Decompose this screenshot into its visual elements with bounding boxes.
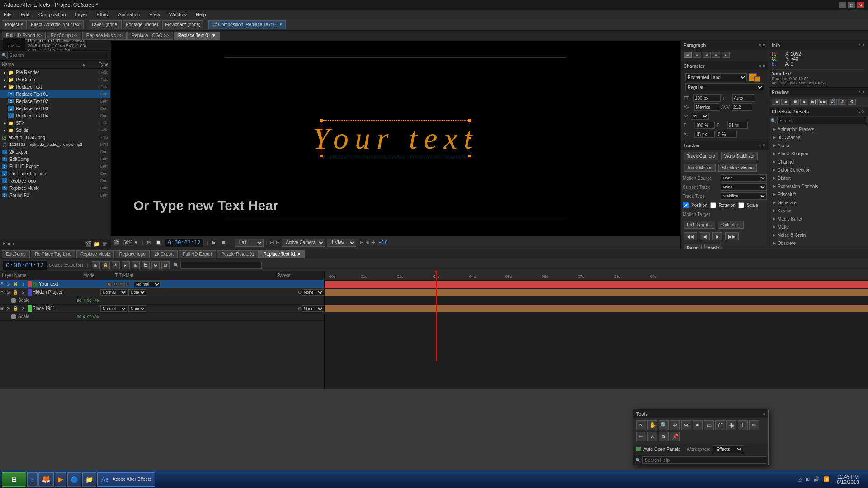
quality-btn[interactable]: ⊞: [132, 261, 140, 269]
tool-rect[interactable]: ▭: [704, 420, 714, 430]
layer-lock-3[interactable]: 🔒: [13, 306, 19, 311]
vscale-input[interactable]: [694, 122, 715, 129]
analyze-back[interactable]: ◀: [700, 232, 710, 240]
character-header[interactable]: Character ≡ ✕: [681, 61, 769, 70]
preview-options-btn[interactable]: ⚙: [848, 99, 856, 105]
tab-replace-logo[interactable]: Replace LOGO >>: [127, 32, 173, 40]
new-comp-icon[interactable]: 🎬: [85, 241, 92, 247]
layer-mode-dropdown-3[interactable]: Normal: [100, 305, 127, 312]
tool-poly[interactable]: ⬡: [715, 420, 725, 430]
tl-tab-fhd-export[interactable]: Full HD Export: [179, 250, 216, 258]
tl-tab-editcomp[interactable]: EditComp: [2, 250, 30, 258]
justify-all-btn[interactable]: ≡: [722, 52, 730, 58]
table-row[interactable]: 👁 ⊙ 🔒 3 Since 1981 Normal None ⊙ None: [0, 305, 324, 313]
tl-tab-replace-tag[interactable]: Re Place Tag Line: [31, 250, 75, 258]
tool-undo[interactable]: ↩: [670, 420, 680, 430]
effects-header[interactable]: Effects & Presets ≡ ✕: [769, 107, 868, 116]
effect-controls-tab[interactable]: Effect Controls: Your text: [28, 20, 84, 29]
layer-parent-dropdown-3[interactable]: None: [302, 305, 324, 312]
sw-1d[interactable]: ⊡: [124, 282, 130, 287]
layer-solo-3[interactable]: ⊙: [6, 306, 13, 311]
comp-label-btn[interactable]: 🎬 Composition: Replace Text 01 ▼: [208, 20, 286, 29]
shy-btn[interactable]: 👁: [112, 261, 120, 269]
menu-edit[interactable]: Edit: [19, 12, 31, 17]
tool-zoom[interactable]: 🔍: [659, 420, 669, 430]
menu-help[interactable]: Help: [194, 12, 208, 17]
tool-text[interactable]: T: [738, 420, 748, 430]
list-item[interactable]: 🎵 1125332...mplitude_studio_preview.mp3 …: [0, 141, 110, 148]
solo-btn[interactable]: ⊞: [92, 261, 100, 269]
menu-composition[interactable]: Composition: [37, 12, 68, 17]
time-field[interactable]: 0:00:03:12: [165, 238, 204, 247]
layer-btn[interactable]: Layer: (none): [89, 20, 122, 29]
taskbar-vlc[interactable]: ▶: [55, 472, 66, 487]
effect-btn[interactable]: fx: [142, 261, 150, 269]
layer-trkmat-dropdown-3[interactable]: None: [128, 305, 146, 312]
tool-eraser[interactable]: ⌀: [647, 432, 657, 441]
preview-stop-btn[interactable]: ⏹: [791, 99, 799, 105]
taskbar-clock[interactable]: 12:45 PM 8/15/2013: [833, 474, 863, 485]
current-track-dropdown[interactable]: None: [721, 183, 767, 191]
snap-btn[interactable]: 🔲: [154, 238, 163, 247]
effects-search-input[interactable]: [777, 117, 866, 124]
sw-1b[interactable]: ⊙: [113, 282, 118, 287]
collapse-btn[interactable]: ▸: [122, 261, 130, 269]
list-item[interactable]: ▸ 📁 Solids Fold: [0, 127, 110, 134]
hscale-input[interactable]: [727, 122, 748, 129]
tl-tab-replace-music[interactable]: Replace Music: [76, 250, 114, 258]
options-btn[interactable]: Options...: [718, 221, 744, 229]
play-btn[interactable]: ▶: [211, 238, 218, 247]
tool-pen[interactable]: ✒: [693, 420, 703, 430]
flowchart-btn[interactable]: Flowchart: (none): [162, 20, 204, 29]
paragraph-header[interactable]: Paragraph ≡ ✕: [681, 41, 769, 50]
playhead[interactable]: [436, 271, 437, 361]
font-style-dropdown[interactable]: Regular Bold Italic: [685, 83, 764, 91]
footage-btn[interactable]: Footage: (none): [123, 20, 161, 29]
taskbar-ae[interactable]: Ae Adobe After Effects: [97, 472, 156, 487]
layer-solo-1[interactable]: ⊙: [6, 282, 13, 286]
tool-hand[interactable]: ✋: [647, 420, 657, 430]
tool-redo[interactable]: ↪: [681, 420, 691, 430]
effects-frischluft[interactable]: ▶Frischluft: [769, 190, 868, 198]
new-folder-icon[interactable]: 📁: [94, 241, 100, 247]
effects-noise-grain[interactable]: ▶Noise & Grain: [769, 231, 868, 239]
motion-source-dropdown[interactable]: None: [721, 174, 767, 182]
list-item[interactable]: C Replace Text 02 Com: [0, 98, 110, 105]
stabilize-motion-btn[interactable]: Stabilize Motion: [718, 164, 757, 172]
taskbar-explorer[interactable]: 📁: [82, 472, 96, 487]
start-button[interactable]: ⊞: [2, 472, 26, 487]
baseline-input[interactable]: [694, 131, 715, 138]
list-item[interactable]: C Replace logo Com: [0, 177, 110, 184]
layer-eye-3[interactable]: 👁: [0, 306, 6, 311]
tl-tab-replace-text01[interactable]: Replace Text 01 ✕: [259, 250, 305, 258]
effects-color-correction[interactable]: ▶Color Correction: [769, 166, 868, 174]
minimize-btn[interactable]: ─: [839, 2, 846, 8]
auto-open-cb[interactable]: [636, 447, 641, 451]
list-item[interactable]: ▸ 📁 SFX Fold: [0, 119, 110, 127]
menu-effect[interactable]: Effect: [94, 12, 111, 17]
kern-input[interactable]: [694, 103, 719, 111]
menu-view[interactable]: View: [147, 12, 162, 17]
effects-audio[interactable]: ▶Audio: [769, 141, 868, 150]
list-item[interactable]: ▸ 📁 Pre Render Fold: [0, 69, 110, 76]
active-camera-dropdown[interactable]: Active Camera Camera 1: [282, 239, 325, 247]
track-type-dropdown[interactable]: Stabilize Transform: [721, 192, 767, 200]
layer-parent-dropdown-2[interactable]: None: [302, 289, 324, 296]
preview-last-btn[interactable]: ▶▶|: [819, 99, 827, 105]
preview-prev-btn[interactable]: ◀: [781, 99, 789, 105]
project-search-input[interactable]: [7, 52, 108, 59]
layer-mode-dropdown-2[interactable]: Normal: [100, 289, 127, 296]
menu-animation[interactable]: Animation: [116, 12, 142, 17]
layer-eye-1[interactable]: 👁: [0, 282, 6, 286]
unit-dropdown[interactable]: px: [691, 113, 709, 120]
track-bar-1[interactable]: [325, 281, 868, 288]
effects-keying[interactable]: ▶Keying: [769, 206, 868, 215]
views-dropdown[interactable]: 1 View 2 Views 4 Views: [327, 239, 356, 247]
list-item[interactable]: C Replace Music Com: [0, 184, 110, 192]
adjustment-btn[interactable]: ⊡: [161, 261, 170, 269]
taskbar-ie[interactable]: e: [27, 472, 38, 487]
list-item[interactable]: C 2k Export Com: [0, 148, 110, 155]
track-bar-3[interactable]: [325, 305, 868, 312]
preview-next-btn[interactable]: ▶|: [810, 99, 818, 105]
list-item[interactable]: ▸ 📁 PreComp Fold: [0, 76, 110, 83]
